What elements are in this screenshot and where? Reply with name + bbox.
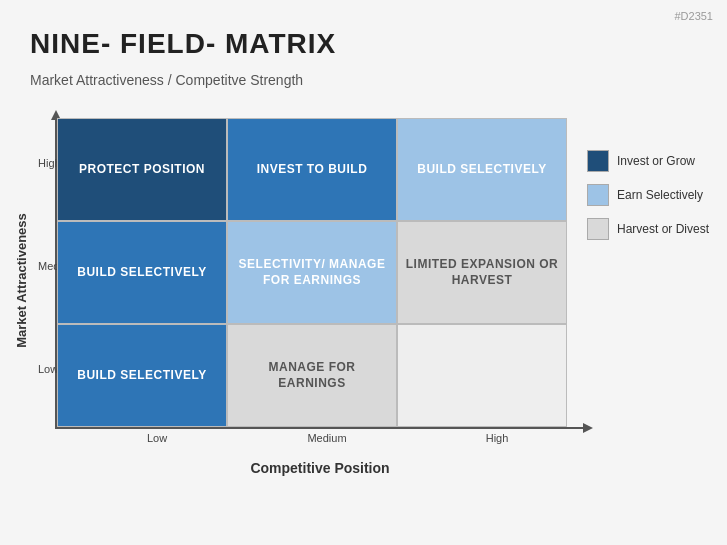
y-label-low: Low	[38, 363, 58, 375]
x-label-low: Low	[72, 432, 242, 444]
legend-label-0: Invest or Grow	[617, 154, 695, 168]
legend-label-1: Earn Selectively	[617, 188, 703, 202]
page-subtitle: Market Attractiveness / Competitve Stren…	[30, 72, 303, 88]
matrix-grid: PROTECT POSITIONINVEST TO BUILDBUILD SEL…	[57, 118, 567, 428]
legend-item-1: Earn Selectively	[587, 184, 709, 206]
matrix-cell-1-0: BUILD SELECTIVELY	[57, 221, 227, 324]
x-axis-title: Competitive Position	[55, 460, 585, 476]
matrix-cell-1-1: SELECTIVITY/ MANAGE FOR EARNINGS	[227, 221, 397, 324]
x-label-medium: Medium	[242, 432, 412, 444]
legend-item-2: Harvest or Divest	[587, 218, 709, 240]
matrix-cell-2-0: BUILD SELECTIVELY	[57, 324, 227, 427]
page-title: NINE- FIELD- MATRIX	[30, 28, 336, 60]
matrix-cell-0-0: PROTECT POSITION	[57, 118, 227, 221]
matrix-cell-2-2	[397, 324, 567, 427]
x-label-high: High	[412, 432, 582, 444]
matrix-cell-2-1: MANAGE FOR EARNINGS	[227, 324, 397, 427]
y-axis-label: Market Attractiveness	[14, 200, 28, 360]
legend-item-0: Invest or Grow	[587, 150, 709, 172]
legend-color-box-2	[587, 218, 609, 240]
y-label-high: High	[38, 157, 58, 169]
y-label-medium: Medium	[38, 260, 58, 272]
matrix-cell-0-1: INVEST TO BUILD	[227, 118, 397, 221]
matrix-cell-0-2: BUILD SELECTIVELY	[397, 118, 567, 221]
matrix-cell-1-2: LIMITED EXPANSION OR HARVEST	[397, 221, 567, 324]
legend-color-box-0	[587, 150, 609, 172]
legend-label-2: Harvest or Divest	[617, 222, 709, 236]
slide-id: #D2351	[674, 10, 713, 22]
legend-color-box-1	[587, 184, 609, 206]
legend: Invest or GrowEarn SelectivelyHarvest or…	[587, 150, 709, 252]
